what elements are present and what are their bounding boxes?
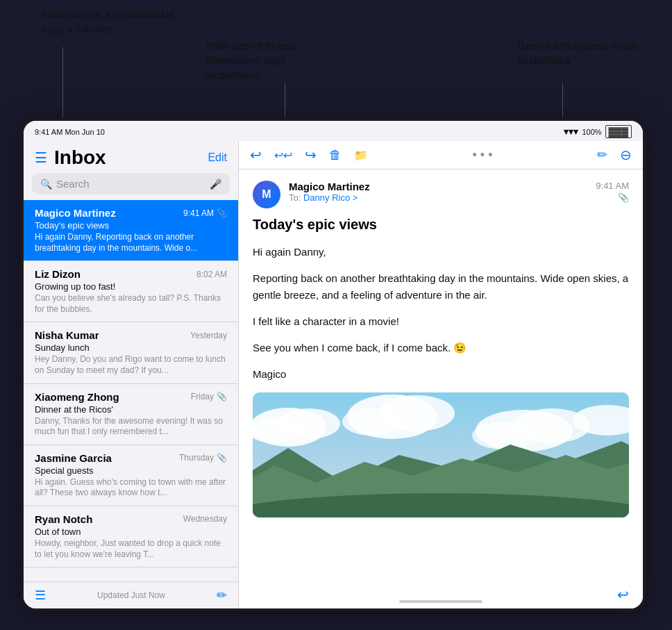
mail-subject: Today's epic views — [35, 220, 227, 231]
sidebar-toggle-icon[interactable]: ☰ — [35, 149, 47, 166]
toolbar-right: ✏ ⊖ — [597, 147, 632, 163]
mail-time: Yesterday — [190, 331, 227, 340]
sender-name: Magico Martinez — [35, 207, 116, 219]
battery-icon: ▓▓▓ — [605, 125, 632, 138]
forward-button[interactable]: ↪ — [305, 147, 317, 163]
mail-list: ☰ Inbox Edit 🔍 Search 🎤 Magic — [24, 141, 239, 608]
sender-name: Nisha Kumar — [35, 329, 99, 341]
mail-preview: Danny, Thanks for the awesome evening! I… — [35, 416, 227, 438]
search-input[interactable]: Search — [56, 178, 205, 190]
sender-name: Liz Dizon — [35, 268, 81, 280]
status-bar: 9:41 AM Mon Jun 10 ▾▾▾ 100% ▓▓▓ — [24, 121, 643, 141]
mail-preview: Hi again Danny, Reporting back on anothe… — [35, 232, 227, 254]
mic-icon[interactable]: 🎤 — [210, 179, 221, 190]
mail-preview: Hi again. Guess who's coming to town wit… — [35, 477, 227, 499]
mail-preview: Hey Danny, Do you and Rigo want to come … — [35, 354, 227, 376]
mail-items: Magico Martinez 9:41 AM 📎 Today's epic v… — [24, 200, 238, 581]
email-body: Hi again Danny, Reporting back on anothe… — [253, 244, 629, 383]
mail-time: Friday — [191, 392, 214, 401]
search-icon: 🔍 — [40, 179, 52, 190]
compose-new-button[interactable]: ✏ — [597, 147, 607, 163]
status-time: 9:41 AM Mon Jun 10 — [35, 128, 105, 136]
mountain-image — [253, 392, 629, 517]
search-bar[interactable]: 🔍 Search 🎤 — [32, 173, 230, 194]
list-item[interactable]: Ryan Notch Wednesday Out of town Howdy, … — [24, 506, 238, 567]
ipad-frame: 9:41 AM Mon Jun 10 ▾▾▾ 100% ▓▓▓ ☰ Inbox … — [21, 118, 646, 611]
mail-list-header: ☰ Inbox Edit — [24, 141, 238, 173]
body-paragraph-1: Reporting back on another breathtaking d… — [253, 270, 629, 304]
email-content: M Magico Martinez 9:41 AM To: Danny Rico… — [239, 169, 643, 595]
edit-button[interactable]: Edit — [208, 151, 227, 164]
mail-time: Thursday — [179, 453, 214, 463]
battery-label: 100% — [582, 128, 601, 136]
email-sender-name: Magico Martinez — [289, 181, 370, 192]
trash-button[interactable]: 🗑 — [329, 148, 342, 163]
annotation-2: Több üzenet törlése, áthelyezése vagy me… — [205, 38, 344, 82]
mail-subject: Out of town — [35, 527, 227, 537]
sender-name: Ryan Notch — [35, 513, 92, 525]
body-signature: Magico — [253, 366, 629, 383]
annotation-3: Üzenet áthelyezése másik postafiókba — [517, 38, 649, 67]
reply-button[interactable]: ↩ — [250, 147, 262, 163]
toolbar-left: ↩ ↩↩ ↪ 🗑 📁 — [250, 147, 368, 163]
main-content: ☰ Inbox Edit 🔍 Search 🎤 Magic — [24, 141, 643, 608]
list-item[interactable]: Magico Martinez 9:41 AM 📎 Today's epic v… — [24, 200, 238, 261]
status-left: 9:41 AM Mon Jun 10 — [35, 128, 105, 136]
attachment-hint-icon: 📎 — [618, 192, 629, 203]
home-indicator: ↩ — [239, 595, 643, 608]
ipad-screen: 9:41 AM Mon Jun 10 ▾▾▾ 100% ▓▓▓ ☰ Inbox … — [24, 121, 643, 608]
email-detail: ↩ ↩↩ ↪ 🗑 📁 • • • ✏ ⊖ — [239, 141, 643, 608]
list-item[interactable]: Xiaomeng Zhong Friday 📎 Dinner at the Ri… — [24, 384, 238, 445]
mail-subject: Sunday lunch — [35, 342, 227, 353]
home-bar — [399, 600, 482, 603]
svg-point-6 — [342, 408, 401, 436]
avatar-initials: M — [262, 188, 271, 201]
toolbar-center: • • • — [473, 148, 493, 163]
inbox-title: Inbox — [54, 147, 106, 169]
reply-all-button[interactable]: ↩↩ — [274, 149, 292, 162]
mail-subject: Special guests — [35, 465, 227, 476]
attachment-icon: 📎 — [217, 392, 227, 401]
list-item[interactable]: Jasmine Garcia Thursday 📎 Special guests… — [24, 445, 238, 506]
annotation-1: Módosíthatja a postafiókokat vagy a fiók… — [42, 7, 194, 36]
more-options-button[interactable]: ⊖ — [620, 147, 632, 163]
mail-preview: Can you believe she's already so tall? P… — [35, 293, 227, 315]
mail-subject: Growing up too fast! — [35, 281, 227, 292]
email-meta: Magico Martinez 9:41 AM To: Danny Rico >… — [289, 181, 629, 203]
annotation-2-text: Több üzenet törlése, áthelyezése vagy me… — [205, 40, 300, 81]
email-header: M Magico Martinez 9:41 AM To: Danny Rico… — [253, 181, 629, 208]
toolbar-dots: • • • — [473, 148, 493, 163]
svg-point-9 — [472, 422, 535, 449]
attachment-icon: 📎 — [217, 453, 227, 463]
mail-time: 8:02 AM — [196, 270, 227, 279]
mail-time: Wednesday — [183, 514, 227, 524]
email-to-name: Danny Rico > — [303, 192, 358, 203]
annotation-1-text: Módosíthatja a postafiókokat vagy a fiók… — [42, 8, 174, 35]
avatar: M — [253, 181, 280, 208]
sender-name: Xiaomeng Zhong — [35, 391, 119, 403]
email-toolbar: ↩ ↩↩ ↪ 🗑 📁 • • • ✏ ⊖ — [239, 141, 643, 169]
email-subject: Today's epic views — [253, 217, 629, 233]
email-to: To: Danny Rico > — [289, 192, 358, 203]
footer-updated-text: Updated Just Now — [97, 590, 165, 600]
body-greeting: Hi again Danny, — [253, 244, 629, 260]
move-folder-button[interactable]: 📁 — [354, 149, 368, 162]
mail-list-footer: ☰ Updated Just Now ✏ — [24, 581, 238, 608]
compose-icon[interactable]: ✏ — [217, 588, 227, 603]
filter-icon[interactable]: ☰ — [35, 588, 46, 603]
mail-preview: Howdy, neighbor, Just wanted to drop a q… — [35, 538, 227, 560]
reply-icon-bottom[interactable]: ↩ — [617, 586, 629, 603]
mail-time: 9:41 AM — [183, 208, 214, 218]
status-right: ▾▾▾ 100% ▓▓▓ — [564, 125, 632, 138]
list-item[interactable]: Liz Dizon 8:02 AM Growing up too fast! C… — [24, 261, 238, 322]
email-image — [253, 392, 629, 517]
mail-subject: Dinner at the Ricos' — [35, 404, 227, 415]
email-time: 9:41 AM — [596, 181, 629, 192]
list-item[interactable]: Nisha Kumar Yesterday Sunday lunch Hey D… — [24, 322, 238, 383]
attachment-icon: 📎 — [217, 208, 227, 218]
body-paragraph-3: See you when I come back, if I come back… — [253, 340, 629, 356]
annotation-3-text: Üzenet áthelyezése másik postafiókba — [517, 40, 639, 66]
wifi-icon: ▾▾▾ — [564, 126, 578, 137]
body-paragraph-2: I felt like a character in a movie! — [253, 313, 629, 330]
sender-name: Jasmine Garcia — [35, 452, 112, 464]
